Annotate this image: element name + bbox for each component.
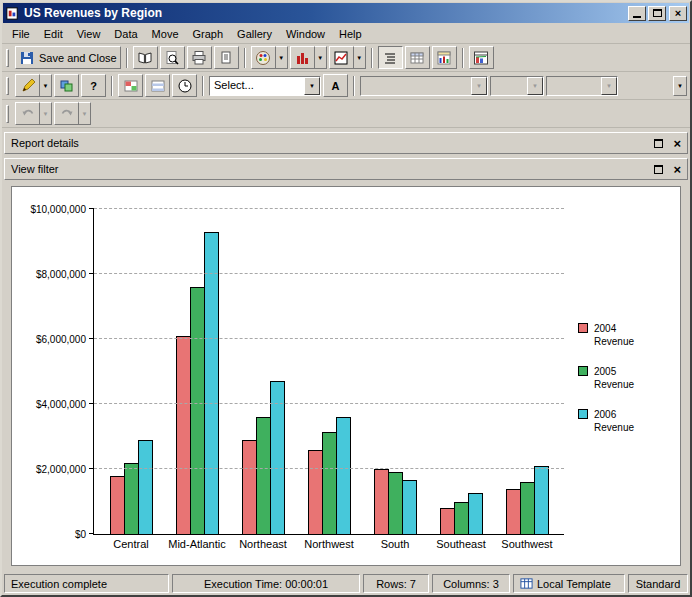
format-painter-dropdown[interactable]: ▼ xyxy=(40,74,52,97)
menu-edit[interactable]: Edit xyxy=(37,25,70,43)
bar-northwest-2006[interactable] xyxy=(336,417,351,534)
bar-northeast-2004[interactable] xyxy=(242,440,257,534)
graph-format-dropdown[interactable]: ▼ xyxy=(276,46,288,69)
toolbar-grip[interactable] xyxy=(6,49,9,67)
menu-move[interactable]: Move xyxy=(145,25,186,43)
bar-southwest-2006[interactable] xyxy=(534,466,549,534)
banding-button[interactable] xyxy=(145,74,170,97)
graph-subtype-dropdown[interactable]: ▼ xyxy=(354,46,366,69)
bar-northwest-2004[interactable] xyxy=(308,450,323,535)
y-tick-label: $10,000,000 xyxy=(30,204,86,215)
separator xyxy=(202,76,204,96)
print-button[interactable] xyxy=(187,46,212,69)
close-panel-icon[interactable]: × xyxy=(673,164,681,175)
separator xyxy=(371,48,373,68)
copy-formatting-button[interactable] xyxy=(54,74,79,97)
bar-mid-atlantic-2005[interactable] xyxy=(190,287,205,534)
menu-help[interactable]: Help xyxy=(332,25,369,43)
toolbar-overflow-button[interactable]: ▾ xyxy=(673,76,687,96)
report-details-panel-bar[interactable]: Report details × xyxy=(4,132,688,154)
bar-central-2004[interactable] xyxy=(110,476,125,535)
graph-view-area[interactable]: CentralMid-AtlanticNortheastNorthwestSou… xyxy=(11,186,681,566)
menu-window[interactable]: Window xyxy=(279,25,332,43)
chevron-down-icon[interactable]: ▼ xyxy=(304,77,320,95)
maximize-icon xyxy=(653,9,662,17)
bar-southwest-2004[interactable] xyxy=(506,489,521,535)
status-execution-time: Execution Time: 00:00:01 xyxy=(172,574,360,593)
bar-group-southwest xyxy=(494,209,560,534)
menu-data[interactable]: Data xyxy=(107,25,144,43)
template-icon xyxy=(520,577,533,590)
expand-panel-icon[interactable] xyxy=(654,139,663,148)
graph-type-dropdown[interactable]: ▼ xyxy=(315,46,327,69)
toolbar-grip[interactable] xyxy=(6,77,9,95)
whats-this-help-button[interactable]: ? xyxy=(81,74,106,97)
bar-south-2005[interactable] xyxy=(388,472,403,534)
toolbar-grip[interactable] xyxy=(6,105,9,123)
print-preview-button[interactable] xyxy=(160,46,185,69)
menu-file[interactable]: File xyxy=(5,25,37,43)
app-icon xyxy=(5,6,20,21)
view-grid-graph-button[interactable] xyxy=(432,46,457,69)
bar-group-south xyxy=(362,209,428,534)
refresh-schedule-button[interactable] xyxy=(172,74,197,97)
view-filter-panel-bar[interactable]: View filter × xyxy=(4,158,688,180)
report-objects-button[interactable] xyxy=(133,46,158,69)
format-painter-button[interactable] xyxy=(15,74,40,97)
menu-graph[interactable]: Graph xyxy=(186,25,231,43)
legend-entry: 2006Revenue xyxy=(578,408,656,434)
legend-label: 2006Revenue xyxy=(594,408,634,434)
x-axis-label: Mid-Atlantic xyxy=(164,538,230,550)
legend-swatch xyxy=(578,409,588,419)
redo-icon xyxy=(59,106,75,122)
view-grid-button[interactable] xyxy=(405,46,430,69)
close-panel-icon[interactable]: × xyxy=(673,138,681,149)
bar-mid-atlantic-2006[interactable] xyxy=(204,232,219,534)
undo-button[interactable] xyxy=(15,102,40,125)
status-template-text: Local Template xyxy=(537,578,611,590)
design-view-button[interactable] xyxy=(469,46,494,69)
autostyle-combo[interactable]: Select... ▼ xyxy=(209,76,321,96)
bar-northeast-2005[interactable] xyxy=(256,417,271,534)
redo-dropdown[interactable]: ▼ xyxy=(79,102,91,125)
menu-gallery[interactable]: Gallery xyxy=(230,25,279,43)
chevron-down-icon: ▼ xyxy=(43,83,49,89)
menu-view[interactable]: View xyxy=(70,25,108,43)
bar-southeast-2006[interactable] xyxy=(468,493,483,534)
view-outline-button[interactable] xyxy=(378,46,403,69)
status-mode: Standard xyxy=(628,574,688,593)
status-rows: Rows: 7 xyxy=(363,574,429,593)
thresholds-button[interactable] xyxy=(118,74,143,97)
minimize-icon xyxy=(633,16,641,18)
close-button[interactable]: × xyxy=(669,6,687,21)
font-format-button[interactable]: A xyxy=(323,74,348,97)
save-and-close-button[interactable]: Save and Close xyxy=(15,46,121,69)
minimize-button[interactable] xyxy=(628,6,646,21)
style-combo: ▼ xyxy=(546,76,618,96)
bar-northwest-2005[interactable] xyxy=(322,432,337,534)
expand-panel-icon[interactable] xyxy=(654,165,663,174)
line-chart-icon xyxy=(333,50,349,66)
bar-central-2006[interactable] xyxy=(138,440,153,534)
bar-mid-atlantic-2004[interactable] xyxy=(176,336,191,534)
chevron-down-icon: ▼ xyxy=(278,55,284,61)
printer-icon xyxy=(191,50,207,66)
y-tick-mark xyxy=(89,533,94,534)
bar-northeast-2006[interactable] xyxy=(270,381,285,534)
redo-button[interactable] xyxy=(54,102,79,125)
undo-dropdown[interactable]: ▼ xyxy=(40,102,52,125)
graph-format-button[interactable] xyxy=(251,46,276,69)
bar-groups xyxy=(94,209,564,534)
graph-type-button[interactable] xyxy=(290,46,315,69)
view-filter-title: View filter xyxy=(11,163,654,175)
bar-southwest-2005[interactable] xyxy=(520,482,535,534)
bar-south-2006[interactable] xyxy=(402,480,417,534)
bar-group-central xyxy=(98,209,164,534)
maximize-button[interactable] xyxy=(648,6,666,21)
bar-southeast-2005[interactable] xyxy=(454,502,469,535)
bar-central-2005[interactable] xyxy=(124,463,139,535)
bar-southeast-2004[interactable] xyxy=(440,508,455,534)
bar-south-2004[interactable] xyxy=(374,469,389,534)
properties-button[interactable] xyxy=(214,46,239,69)
graph-subtype-button[interactable] xyxy=(329,46,354,69)
